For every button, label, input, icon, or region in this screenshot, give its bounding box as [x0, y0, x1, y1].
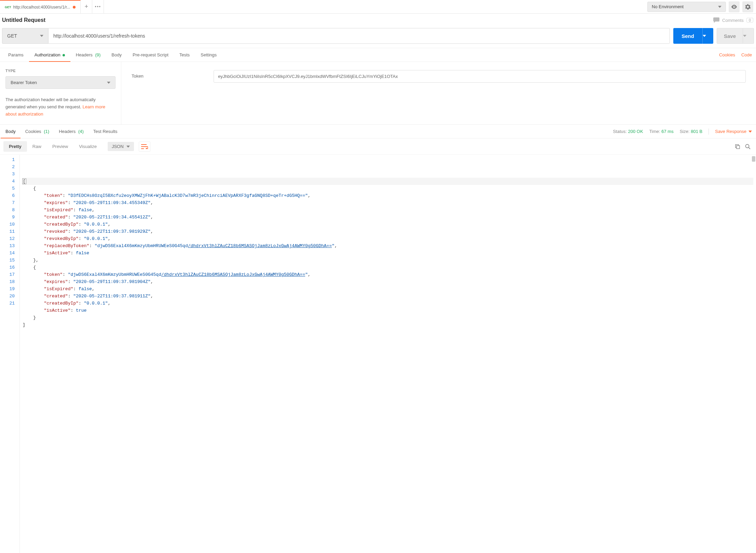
chevron-down-icon — [748, 131, 752, 133]
response-tabs: Body Cookies (1) Headers (4) Test Result… — [0, 125, 756, 138]
chevron-down-icon — [126, 146, 130, 148]
tab-body[interactable]: Body — [106, 48, 127, 62]
svg-point-0 — [733, 6, 735, 8]
svg-point-3 — [746, 144, 749, 148]
tab-params[interactable]: Params — [3, 48, 29, 62]
settings-button[interactable] — [742, 1, 753, 12]
url-input[interactable] — [48, 28, 670, 44]
auth-type-dropdown[interactable]: Bearer Token — [5, 76, 116, 89]
auth-type-value: Bearer Token — [11, 80, 37, 85]
resp-cookies-count: (1) — [44, 129, 49, 134]
status-meta: Status: 200 OK — [613, 129, 643, 134]
resp-tab-headers-label: Headers — [59, 129, 76, 134]
environment-label: No Environment — [652, 4, 684, 9]
tab-options-button[interactable]: ••• — [92, 0, 104, 13]
gear-icon — [745, 4, 751, 10]
auth-panel: TYPE Bearer Token The authorization head… — [0, 62, 756, 125]
tab-headers[interactable]: Headers (9) — [70, 48, 106, 62]
view-visualize[interactable]: Visualize — [73, 141, 102, 152]
environment-select[interactable]: No Environment — [647, 2, 726, 12]
auth-help-body: The authorization header will be automat… — [5, 97, 96, 109]
view-raw[interactable]: Raw — [27, 141, 47, 152]
resp-tab-tests[interactable]: Test Results — [89, 125, 122, 138]
copy-icon — [735, 144, 740, 149]
comment-icon — [713, 17, 719, 23]
search-button[interactable] — [745, 144, 751, 149]
save-dropdown-button[interactable] — [743, 28, 754, 44]
request-tab[interactable]: GET http://localhost:4000/users/1/r... — [0, 0, 81, 13]
line-gutter: 123456789101112131415161718192021 — [0, 155, 20, 553]
resp-headers-count: (4) — [78, 129, 84, 134]
request-tabs: Params Authorization Headers (9) Body Pr… — [0, 48, 756, 62]
view-preview[interactable]: Preview — [47, 141, 73, 152]
method-dropdown[interactable]: GET — [2, 28, 48, 44]
chevron-down-icon — [40, 35, 43, 37]
time-meta: Time: 67 ms — [649, 129, 674, 134]
token-input[interactable] — [214, 70, 746, 83]
copy-button[interactable] — [735, 144, 740, 149]
wrap-lines-button[interactable] — [139, 141, 150, 152]
headers-count: (9) — [95, 52, 100, 57]
resp-tab-headers[interactable]: Headers (4) — [54, 125, 89, 138]
send-dropdown-button[interactable] — [702, 28, 713, 44]
format-dropdown[interactable]: JSON — [108, 142, 134, 151]
search-icon — [745, 144, 751, 149]
auth-help-text: The authorization header will be automat… — [5, 96, 116, 118]
method-badge: GET — [5, 5, 11, 9]
unsaved-dot-icon — [73, 6, 76, 9]
chevron-down-icon — [107, 82, 110, 84]
chevron-down-icon — [743, 35, 746, 37]
tab-headers-label: Headers — [76, 52, 93, 57]
token-label: Token — [132, 70, 200, 79]
response-body: 123456789101112131415161718192021 [ { "t… — [0, 155, 756, 553]
tab-title: http://localhost:4000/users/1/r... — [13, 5, 70, 10]
save-button[interactable]: Save — [717, 28, 743, 44]
body-toolbar: Pretty Raw Preview Visualize JSON — [0, 138, 756, 155]
tab-authorization[interactable]: Authorization — [29, 48, 70, 62]
new-tab-button[interactable]: + — [81, 0, 92, 13]
chevron-down-icon — [703, 35, 706, 37]
resp-tab-cookies[interactable]: Cookies (1) — [21, 125, 54, 138]
chevron-down-icon — [718, 6, 721, 8]
wrap-icon — [141, 144, 148, 149]
active-dot-icon — [63, 54, 65, 56]
request-row: GET Send Save — [0, 26, 756, 48]
eye-icon — [731, 5, 737, 9]
tab-prerequest[interactable]: Pre-request Script — [127, 48, 174, 62]
comments-count: 0 — [746, 18, 753, 23]
resp-tab-body[interactable]: Body — [1, 125, 21, 138]
separator — [708, 129, 709, 135]
title-row: Untitled Request Comments 0 — [0, 14, 756, 26]
code-link[interactable]: Code — [741, 52, 752, 57]
view-pretty[interactable]: Pretty — [3, 141, 27, 152]
request-title[interactable]: Untitled Request — [2, 17, 45, 23]
method-value: GET — [7, 33, 17, 39]
plus-icon: + — [85, 3, 89, 10]
tab-tests[interactable]: Tests — [174, 48, 195, 62]
scrollbar-thumb[interactable] — [752, 156, 755, 162]
ellipsis-icon: ••• — [95, 4, 101, 9]
auth-type-label: TYPE — [5, 69, 116, 73]
comments-button[interactable]: Comments 0 — [713, 17, 753, 23]
svg-rect-2 — [737, 146, 740, 149]
size-meta: Size: 801 B — [680, 129, 703, 134]
cookies-link[interactable]: Cookies — [719, 52, 735, 57]
resp-tab-cookies-label: Cookies — [25, 129, 41, 134]
tab-authorization-label: Authorization — [35, 52, 60, 57]
format-value: JSON — [112, 144, 124, 149]
environment-quicklook-button[interactable] — [729, 1, 740, 12]
comments-label: Comments — [722, 18, 744, 23]
code-content[interactable]: [ { "token": "D3fEDCHs8OzqI5BXcfu2eoyXMW… — [20, 155, 756, 553]
tab-bar: GET http://localhost:4000/users/1/r... +… — [0, 0, 756, 14]
save-response-label: Save Response — [715, 129, 746, 134]
tab-settings[interactable]: Settings — [195, 48, 222, 62]
send-button[interactable]: Send — [673, 28, 702, 44]
save-response-button[interactable]: Save Response — [715, 129, 752, 134]
